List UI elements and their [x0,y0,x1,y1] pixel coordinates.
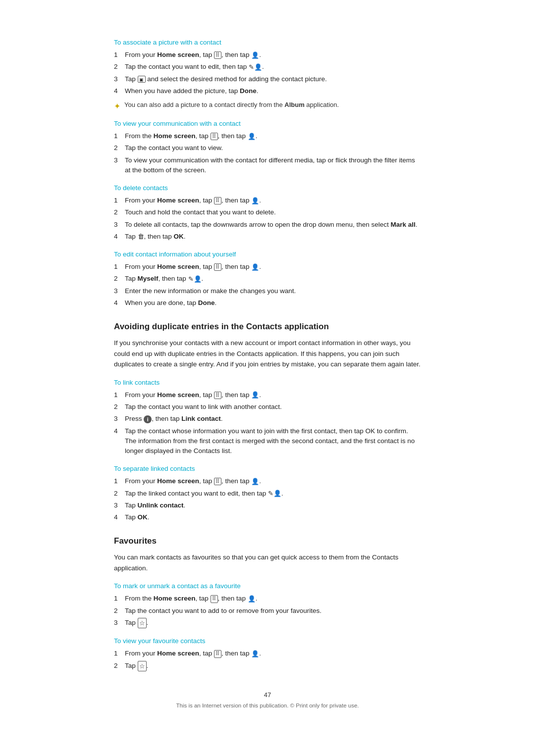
step-4: 4 Tap OK. [114,512,421,522]
section-view-communication: To view your communication with a contac… [114,120,421,175]
body-favourites: You can mark contacts as favourites so t… [114,552,421,573]
star-icon: ☆ [138,661,147,672]
person-icon: 👤 [251,390,259,400]
steps-mark-fav: 1 From the Home screen, tap ⠿, then tap … [114,594,421,628]
page-number: 47 [114,691,421,699]
steps-associate: 1 From your Home screen, tap ⠿, then tap… [114,50,421,96]
star-icon: ☆ [138,618,147,629]
person-icon: 👤 [251,649,259,659]
section-avoid-duplicates: Avoiding duplicate entries in the Contac… [114,322,421,370]
grid-icon: ⠿ [214,51,221,59]
person-icon: 👤 [251,477,259,487]
section-title-edit-yourself: To edit contact information about yourse… [114,251,421,258]
grid-icon: ⠿ [211,133,218,140]
step-2: 2 Tap the linked contact you want to edi… [114,489,421,499]
page: To associate a picture with a contact 1 … [74,0,461,756]
steps-delete: 1 From your Home screen, tap ⠿, then tap… [114,196,421,242]
step-1: 1 From your Home screen, tap ⠿, then tap… [114,262,421,272]
section-title-associate: To associate a picture with a contact [114,39,421,46]
step-1: 1 From your Home screen, tap ⠿, then tap… [114,50,421,60]
grid-icon: ⠿ [214,650,221,657]
step-4: 4 When you are done, tap Done. [114,298,421,308]
steps-link: 1 From your Home screen, tap ⠿, then tap… [114,390,421,456]
grid-icon: ⠿ [214,392,221,399]
tip-icon: ✦ [114,101,120,111]
section-title-view-fav: To view your favourite contacts [114,637,421,645]
tip-text: You can also add a picture to a contact … [124,101,339,108]
step-1: 1 From your Home screen, tap ⠿, then tap… [114,196,421,205]
section-link-contacts: To link contacts 1 From your Home screen… [114,379,421,456]
step-1: 1 From the Home screen, tap ⠿, then tap … [114,594,421,604]
step-2: 2 Tap the contact you want to edit, then… [114,62,421,72]
heading-favourites: Favourites [114,536,421,546]
section-title-mark-fav: To mark or unmark a contact as a favouri… [114,582,421,590]
step-4: 4 Tap the contact whose information you … [114,426,421,456]
section-associate-picture: To associate a picture with a contact 1 … [114,39,421,111]
grid-icon: ⠿ [214,478,221,485]
grid-icon: ⠿ [214,263,221,271]
section-title-communication: To view your communication with a contac… [114,120,421,127]
step-1: 1 From your Home screen, tap ⠿, then tap… [114,649,421,658]
step-2: 2 Tap the contact you want to view. [114,143,421,153]
step-3: 3 Tap ▣ and select the desired method fo… [114,74,421,84]
step-2: 2 Tap Myself, then tap ✎👤. [114,274,421,284]
body-avoid-duplicates: If you synchronise your contacts with a … [114,338,421,370]
step-4: 4 Tap 🗑, then tap OK. [114,232,421,242]
step-3: 3 To delete all contacts, tap the downwa… [114,220,421,230]
step-2: 2 Tap the contact you want to add to or … [114,606,421,616]
bold-homescreen: Home screen [157,51,199,58]
info-icon: i [144,415,152,423]
person-edit-icon: ✎👤 [249,62,262,72]
step-3: 3 To view your communication with the co… [114,155,421,176]
section-favourites: Favourites You can mark contacts as favo… [114,536,421,573]
section-edit-yourself: To edit contact information about yourse… [114,251,421,308]
step-2: 2 Tap the contact you want to link with … [114,402,421,412]
person-icon: 👤 [251,262,259,272]
grid-icon: ⠿ [214,197,221,204]
section-separate-linked: To separate linked contacts 1 From your … [114,465,421,522]
tip-box: ✦ You can also add a picture to a contac… [114,101,421,111]
steps-view-fav: 1 From your Home screen, tap ⠿, then tap… [114,649,421,671]
grid-icon: ⠿ [211,595,218,603]
section-title-delete: To delete contacts [114,184,421,192]
step-3: 3 Press i, then tap Link contact. [114,414,421,424]
step-2: 2 Touch and hold the contact that you wa… [114,207,421,217]
steps-edit-yourself: 1 From your Home screen, tap ⠿, then tap… [114,262,421,308]
step-2: 2 Tap ☆. [114,661,421,672]
section-title-separate: To separate linked contacts [114,465,421,472]
section-delete-contacts: To delete contacts 1 From your Home scre… [114,184,421,242]
step-1: 1 From your Home screen, tap ⠿, then tap… [114,476,421,486]
bold-done: Done [240,87,257,95]
step-3: 3 Enter the new information or make the … [114,286,421,296]
person-icon: 👤 [251,50,259,60]
step-3: 3 Tap Unlink contact. [114,501,421,510]
section-mark-favourite: To mark or unmark a contact as a favouri… [114,582,421,628]
steps-communication: 1 From the Home screen, tap ⠿, then tap … [114,131,421,175]
steps-separate: 1 From your Home screen, tap ⠿, then tap… [114,476,421,522]
person-edit-icon: ✎👤 [268,489,281,499]
step-4: 4 When you have added the picture, tap D… [114,86,421,96]
person-icon: 👤 [251,196,259,206]
section-title-link: To link contacts [114,379,421,386]
section-view-favourites: To view your favourite contacts 1 From y… [114,637,421,671]
photo-icon: ▣ [138,76,146,83]
heading-avoid-duplicates: Avoiding duplicate entries in the Contac… [114,322,421,332]
footer-text: This is an Internet version of this publ… [114,703,421,708]
person-edit-icon: ✎👤 [188,274,202,284]
step-3: 3 Tap ☆. [114,618,421,629]
person-icon: 👤 [248,594,256,604]
trash-icon: 🗑 [138,232,144,242]
step-1: 1 From the Home screen, tap ⠿, then tap … [114,131,421,141]
step-1: 1 From your Home screen, tap ⠿, then tap… [114,390,421,400]
person-icon: 👤 [248,132,256,142]
